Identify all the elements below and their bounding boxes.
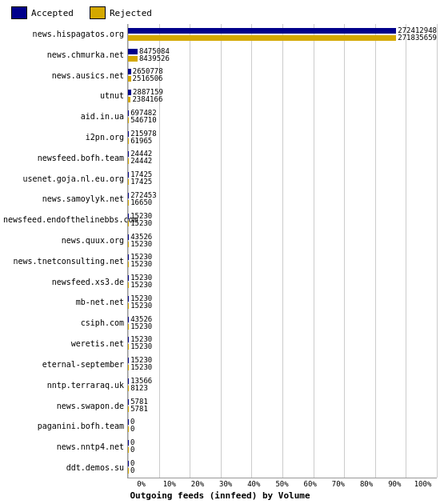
bar-group: 1523015230 xyxy=(128,292,437,313)
rejected-bar xyxy=(128,35,396,41)
rejected-bar-label: 2384166 xyxy=(132,96,162,103)
rejected-bar-label: 8123 xyxy=(130,385,148,392)
bar-row: 21597861965 xyxy=(128,127,437,148)
y-label: csiph.com xyxy=(3,319,124,327)
y-label: news.hispagatos.org xyxy=(3,30,124,38)
bar-row: 1523015230 xyxy=(128,354,437,374)
zero-bar-row: 0 xyxy=(128,439,437,446)
accepted-bar xyxy=(128,317,129,322)
bar-group: 1523015230 xyxy=(128,250,437,271)
bar-row: 00 xyxy=(128,416,437,437)
bar-row: 2444224442 xyxy=(128,148,437,169)
rejected-bar xyxy=(128,97,130,102)
rejected-bar-label: 5781 xyxy=(130,406,148,413)
x-tick: 50% xyxy=(268,480,296,488)
rejected-bar-label: 2516506 xyxy=(133,75,163,82)
y-label: news.ausics.net xyxy=(3,72,124,80)
rejected-bar-container: 15230 xyxy=(128,364,437,371)
x-tick: 60% xyxy=(296,480,324,488)
accepted-bar xyxy=(128,440,129,446)
accepted-bar xyxy=(128,69,131,74)
accepted-bar-container: 15230 xyxy=(128,254,437,261)
y-label: usenet.goja.nl.eu.org xyxy=(3,175,124,183)
rejected-bar-container: 5781 xyxy=(128,406,437,413)
accepted-bar-container: 43526 xyxy=(128,234,437,241)
x-tick: 0% xyxy=(127,480,155,488)
accepted-bar-container: 13566 xyxy=(128,378,437,385)
rejected-bar-container: 17425 xyxy=(128,178,437,186)
rejected-bar-container: 8439526 xyxy=(128,55,437,62)
rejected-bar-container: 15230 xyxy=(128,220,437,227)
accepted-bar xyxy=(128,358,129,363)
chart-container: Accepted Rejected news.hispagatos.orgnew… xyxy=(0,0,440,504)
accepted-bar xyxy=(128,419,129,425)
bar-group: 135668123 xyxy=(128,374,437,395)
zero-bar-row: 0 xyxy=(128,467,437,474)
rejected-bar-label: 271835659 xyxy=(398,34,437,42)
accepted-bar xyxy=(128,131,129,137)
rejected-bar-container: 2384166 xyxy=(128,96,437,103)
rejected-bar-label: 0 xyxy=(130,426,134,433)
rejected-bar-container: 24442 xyxy=(128,158,437,165)
y-label: nntp.terraraq.uk xyxy=(3,382,124,390)
bar-group: 2444224442 xyxy=(128,148,437,169)
bar-group: 00 xyxy=(128,416,437,437)
rejected-bar-label: 15230 xyxy=(130,241,152,248)
bar-group: 00 xyxy=(128,457,437,478)
rejected-bar xyxy=(128,221,129,226)
bar-group: 1523015230 xyxy=(128,354,437,374)
bar-group: 00 xyxy=(128,436,437,457)
y-label: paganini.bofh.team xyxy=(3,422,124,430)
accepted-bar-container: 15230 xyxy=(128,213,437,220)
grid-line xyxy=(437,24,438,478)
y-label: news.nntp4.net xyxy=(3,443,124,451)
legend-rejected-box xyxy=(90,6,106,19)
rejected-bar xyxy=(128,365,129,370)
bar-row: 1523015230 xyxy=(128,292,437,313)
bar-row: 1523015230 xyxy=(128,271,437,292)
rejected-bar-label: 15230 xyxy=(130,220,152,227)
rejected-bar xyxy=(128,282,129,288)
legend: Accepted Rejected xyxy=(11,6,437,19)
bar-group: 272412948271835659 xyxy=(128,24,437,45)
accepted-bar-container: 15230 xyxy=(128,274,437,282)
bar-row: 28871592384166 xyxy=(128,86,437,106)
rejected-bar-container: 15230 xyxy=(128,261,437,268)
x-tick: 100% xyxy=(409,480,437,488)
y-label: i2pn.org xyxy=(3,134,124,142)
bar-group: 21597861965 xyxy=(128,127,437,148)
y-label: newsfeed.endofthelinebbs.com xyxy=(3,216,124,224)
bar-row: 4352615230 xyxy=(128,230,437,251)
accepted-bar xyxy=(128,275,129,281)
rejected-bar-label: 61965 xyxy=(130,138,152,145)
rejected-bar-container: 61965 xyxy=(128,138,437,145)
accepted-bar xyxy=(128,399,129,405)
chart-area: news.hispagatos.orgnews.chmurka.netnews.… xyxy=(3,24,437,478)
rejected-bar-label: 15230 xyxy=(130,364,152,371)
rejected-bar-label: 16650 xyxy=(130,199,152,206)
bar-row: 1523015230 xyxy=(128,250,437,271)
accepted-bar xyxy=(128,296,129,302)
rejected-bar-label: 15230 xyxy=(130,282,152,289)
y-label: weretis.net xyxy=(3,340,124,348)
bar-row: 26507782516506 xyxy=(128,66,437,86)
x-tick: 70% xyxy=(324,480,352,488)
y-label: newsfeed.bofh.team xyxy=(3,154,124,162)
accepted-bar-container: 215978 xyxy=(128,130,437,138)
rejected-bar-container: 2516506 xyxy=(128,75,437,82)
accepted-bar xyxy=(128,337,129,342)
rejected-bar-label: 15230 xyxy=(130,261,152,268)
y-label: newsfeed.xs3.de xyxy=(3,278,124,286)
rejected-bar xyxy=(128,158,129,164)
bar-group: 1523015230 xyxy=(128,271,437,292)
zero-bar-row: 0 xyxy=(128,426,437,433)
bar-group: 57815781 xyxy=(128,395,437,416)
bar-group: 1742517425 xyxy=(128,168,437,189)
accepted-bar-container: 8475084 xyxy=(128,48,437,55)
accepted-bar xyxy=(128,378,129,384)
legend-rejected-label: Rejected xyxy=(110,8,152,18)
y-label: aid.in.ua xyxy=(3,113,124,121)
y-label: news.samoylyk.net xyxy=(3,195,124,203)
rejected-bar-label: 0 xyxy=(130,467,134,474)
bar-group: 28871592384166 xyxy=(128,86,437,106)
